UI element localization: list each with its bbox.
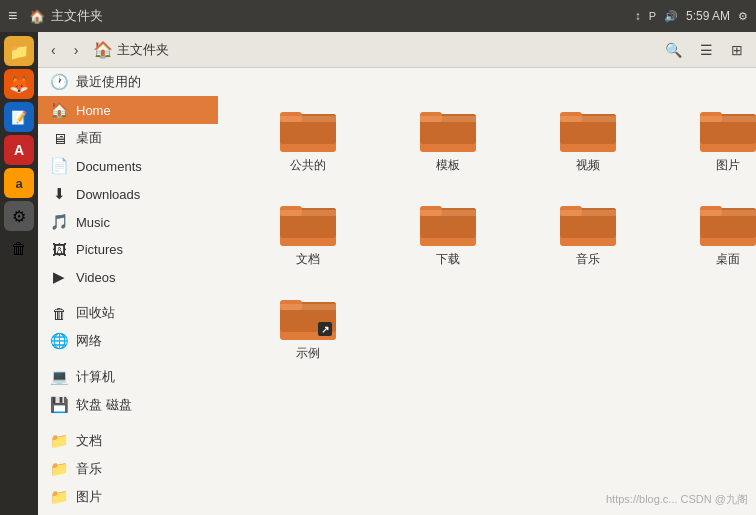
list-view-button[interactable]: ☰ [693, 38, 720, 62]
sidebar: 🕐 最近使用的 🏠 Home 🖥 桌面 📄 Documents ⬇ [38, 68, 218, 515]
folder-downloads-icon [420, 200, 476, 246]
svg-rect-3 [280, 116, 336, 122]
recent-icon: 🕐 [50, 73, 68, 91]
sidebar-bm-videos[interactable]: 📁 视频 [38, 511, 218, 515]
folder-public-label: 公共的 [290, 157, 326, 174]
sort-tray-icon[interactable]: ↕ [635, 9, 641, 23]
sidebar-item-home[interactable]: 🏠 Home [38, 96, 218, 124]
sidebar-item-documents[interactable]: 📄 Documents [38, 152, 218, 180]
sidebar-bm-pictures-label: 图片 [76, 488, 102, 506]
folder-public[interactable]: 公共的 [248, 98, 368, 182]
sidebar-item-desktop[interactable]: 🖥 桌面 [38, 124, 218, 152]
network-icon: 🌐 [50, 332, 68, 350]
back-button[interactable]: ‹ [44, 38, 63, 62]
bm-documents-icon: 📁 [50, 432, 68, 450]
folder-documents-icon [280, 200, 336, 246]
folder-documents-label: 文档 [296, 251, 320, 268]
sidebar-label-computer: 计算机 [76, 368, 115, 386]
bm-pictures-icon: 📁 [50, 488, 68, 506]
top-bar-left: ≡ 🏠 主文件夹 [8, 7, 635, 25]
trash-icon: 🗑 [50, 305, 68, 322]
menu-icon[interactable]: ≡ [8, 7, 17, 25]
power-icon[interactable]: ⚙ [738, 10, 748, 23]
sidebar-item-videos[interactable]: ▶ Videos [38, 263, 218, 291]
sidebar-item-music[interactable]: 🎵 Music [38, 208, 218, 236]
folder-desktop-icon [700, 200, 756, 246]
folder-pictures[interactable]: 图片 [668, 98, 756, 182]
desktop-icon: 🖥 [50, 130, 68, 147]
file-grid: 公共的 模板 [238, 88, 736, 380]
folder-pictures-label: 图片 [716, 157, 740, 174]
folder-music[interactable]: 音乐 [528, 192, 648, 276]
sidebar-item-pictures[interactable]: 🖼 Pictures [38, 236, 218, 263]
dock-settings[interactable]: ⚙ [4, 201, 34, 231]
sidebar-bm-music-label: 音乐 [76, 460, 102, 478]
top-bar: ≡ 🏠 主文件夹 ↕ P 🔊 5:59 AM ⚙ [0, 0, 756, 32]
pictures-icon: 🖼 [50, 241, 68, 258]
sidebar-item-floppy[interactable]: 💾 软盘 磁盘 [38, 391, 218, 419]
folder-desktop-label: 桌面 [716, 251, 740, 268]
computer-icon: 💻 [50, 368, 68, 386]
folder-examples-label: 示例 [296, 345, 320, 362]
sidebar-label-downloads: Downloads [76, 187, 140, 202]
dock-files[interactable]: 📁 [4, 36, 34, 66]
dock-libreoffice[interactable]: 📝 [4, 102, 34, 132]
sidebar-label-trash: 回收站 [76, 304, 115, 322]
svg-rect-23 [420, 210, 476, 216]
music-icon: 🎵 [50, 213, 68, 231]
folder-pictures-icon [700, 106, 756, 152]
folder-examples[interactable]: ↗ 示例 [248, 286, 368, 370]
svg-rect-11 [560, 116, 616, 122]
dock-text[interactable]: A [4, 135, 34, 165]
sidebar-item-computer[interactable]: 💻 计算机 [38, 363, 218, 391]
folder-examples-icon: ↗ [280, 294, 336, 340]
folder-documents[interactable]: 文档 [248, 192, 368, 276]
forward-button[interactable]: › [67, 38, 86, 62]
folder-videos[interactable]: 视频 [528, 98, 648, 182]
toolbar: ‹ › 🏠 主文件夹 🔍 ☰ ⊞ [38, 32, 756, 68]
path-label: 主文件夹 [117, 41, 169, 59]
videos-icon: ▶ [50, 268, 68, 286]
folder-downloads-label: 下载 [436, 251, 460, 268]
keyboard-icon: P [649, 10, 656, 22]
sidebar-label-home: Home [76, 103, 111, 118]
svg-rect-31 [700, 210, 756, 216]
main-layout: 📁 🦊 📝 A a ⚙ 🗑 ‹ › 🏠 主文件夹 🔍 ☰ ⊞ [0, 32, 756, 515]
sidebar-bm-music[interactable]: 📁 音乐 [38, 455, 218, 483]
toolbar-right: 🔍 ☰ ⊞ [658, 38, 750, 62]
search-button[interactable]: 🔍 [658, 38, 689, 62]
sidebar-label-videos: Videos [76, 270, 116, 285]
sidebar-bm-pictures[interactable]: 📁 图片 [38, 483, 218, 511]
sidebar-label-music: Music [76, 215, 110, 230]
tray-icons: ↕ P 🔊 5:59 AM ⚙ [635, 9, 748, 23]
dock: 📁 🦊 📝 A a ⚙ 🗑 [0, 32, 38, 515]
downloads-icon: ⬇ [50, 185, 68, 203]
folder-desktop[interactable]: 桌面 [668, 192, 756, 276]
sidebar-item-downloads[interactable]: ⬇ Downloads [38, 180, 218, 208]
sidebar-bm-documents[interactable]: 📁 文档 [38, 427, 218, 455]
sidebar-item-network[interactable]: 🌐 网络 [38, 327, 218, 355]
sidebar-item-trash[interactable]: 🗑 回收站 [38, 299, 218, 327]
home-folder-icon: 🏠 [29, 9, 45, 24]
folder-music-icon [560, 200, 616, 246]
folder-templates-label: 模板 [436, 157, 460, 174]
folder-public-icon [280, 106, 336, 152]
grid-view-button[interactable]: ⊞ [724, 38, 750, 62]
dock-trash[interactable]: 🗑 [4, 234, 34, 264]
floppy-icon: 💾 [50, 396, 68, 414]
sidebar-label-documents: Documents [76, 159, 142, 174]
folder-downloads[interactable]: 下载 [388, 192, 508, 276]
sidebar-item-recent[interactable]: 🕐 最近使用的 [38, 68, 218, 96]
bm-music-icon: 📁 [50, 460, 68, 478]
path-home-icon: 🏠 [93, 40, 113, 59]
sidebar-label-floppy: 软盘 磁盘 [76, 396, 132, 414]
dock-amazon[interactable]: a [4, 168, 34, 198]
folder-templates-icon [420, 106, 476, 152]
folder-music-label: 音乐 [576, 251, 600, 268]
home-icon: 🏠 [50, 101, 68, 119]
sidebar-label-recent: 最近使用的 [76, 73, 141, 91]
dock-firefox[interactable]: 🦊 [4, 69, 34, 99]
folder-templates[interactable]: 模板 [388, 98, 508, 182]
volume-icon[interactable]: 🔊 [664, 10, 678, 23]
svg-rect-15 [700, 116, 756, 122]
